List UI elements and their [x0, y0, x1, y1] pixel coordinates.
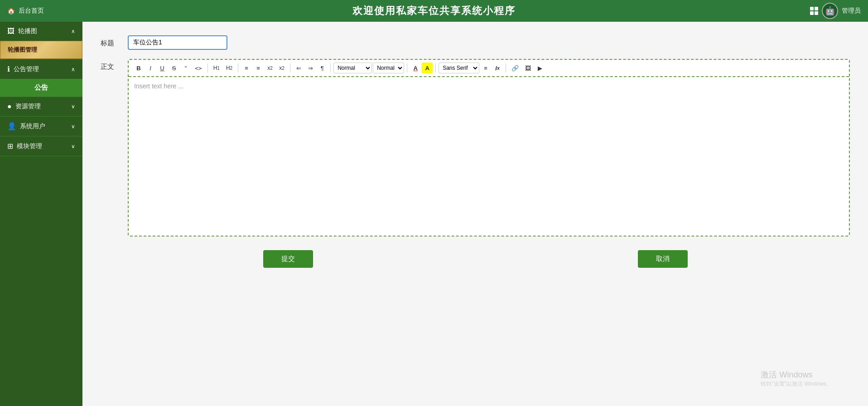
- title-label: 标题: [101, 35, 128, 48]
- toolbar-sep-3: [290, 63, 290, 72]
- editor-container: B I U S " <> H1 H2 ≡ ≡ x2 x2: [128, 59, 850, 237]
- editor-toolbar: B I U S " <> H1 H2 ≡ ≡ x2 x2: [129, 60, 849, 77]
- toolbar-image[interactable]: 🖼: [522, 63, 534, 73]
- toolbar-h2[interactable]: H2: [223, 63, 235, 73]
- content-label: 正文: [101, 59, 128, 71]
- toolbar-blockquote[interactable]: ": [180, 63, 191, 73]
- resource-arrow: ∨: [71, 103, 75, 110]
- carousel-arrow: ∧: [71, 28, 75, 34]
- sidebar-menu-users[interactable]: 👤 系统用户 ∨: [0, 116, 82, 136]
- sidebar-item-resource: ● 资源管理 ∨: [0, 97, 82, 116]
- toolbar-underline[interactable]: U: [157, 63, 168, 73]
- sidebar-item-users: 👤 系统用户 ∨: [0, 116, 82, 136]
- home-icon: 🏠: [7, 7, 15, 14]
- toolbar-sep-7: [506, 63, 506, 72]
- content-area: 标题 正文 B I U S " <>: [82, 22, 868, 406]
- sidebar-menu-modules[interactable]: ⊞ 模块管理 ∨: [0, 136, 82, 156]
- form-buttons: 提交 取消: [101, 250, 850, 277]
- toolbar-sep-6: [435, 63, 436, 72]
- toolbar-sep-5: [407, 63, 407, 72]
- modules-label: 模块管理: [17, 142, 42, 150]
- grid-cell-3: [810, 11, 814, 15]
- submit-button[interactable]: 提交: [263, 250, 313, 268]
- modules-arrow: ∨: [71, 143, 75, 150]
- toolbar-strikethrough[interactable]: S: [169, 63, 179, 73]
- sidebar-item-announcement: ℹ 公告管理 ∧ 公告: [0, 59, 82, 97]
- toolbar-font-bg[interactable]: A: [422, 63, 433, 73]
- resource-icon: ●: [7, 102, 12, 111]
- grid-icon[interactable]: [810, 7, 818, 15]
- title-input[interactable]: [128, 35, 227, 50]
- sidebar-submenu-carousel-manage[interactable]: 轮播图管理: [0, 41, 82, 59]
- form-row-title: 标题: [101, 35, 850, 50]
- header-right: 🤖 管理员: [810, 3, 861, 19]
- carousel-label: 轮播图: [18, 27, 37, 35]
- toolbar-clear-format[interactable]: Ix: [492, 63, 503, 73]
- grid-cell-1: [810, 7, 814, 10]
- carousel-manage-label: 轮播图管理: [8, 46, 37, 54]
- header: 🏠 后台首页 欢迎使用私家车位共享系统小程序 🤖 管理员: [0, 0, 868, 22]
- watermark-line2: 转到"设置"以激活 Windows。: [761, 380, 832, 388]
- watermark: 激活 Windows 转到"设置"以激活 Windows。: [761, 369, 832, 388]
- sidebar: 🖼 轮播图 ∧ 轮播图管理 ℹ 公告管理 ∧ 公告: [0, 22, 82, 406]
- toolbar-video[interactable]: ▶: [535, 63, 545, 73]
- sidebar-item-modules: ⊞ 模块管理 ∨: [0, 136, 82, 156]
- sidebar-submenu-announcement[interactable]: 公告: [0, 79, 82, 97]
- editor-placeholder: Insert text here ...: [134, 82, 183, 90]
- sidebar-item-carousel: 🖼 轮播图 ∧ 轮播图管理: [0, 22, 82, 59]
- users-arrow: ∨: [71, 123, 75, 130]
- users-label: 系统用户: [20, 122, 45, 130]
- toolbar-h1[interactable]: H1: [211, 63, 222, 73]
- header-title: 欢迎使用私家车位共享系统小程序: [352, 4, 516, 18]
- editor-body[interactable]: Insert text here ...: [129, 77, 849, 236]
- toolbar-sep-2: [238, 63, 238, 72]
- announcement-sub-label: 公告: [34, 83, 48, 91]
- toolbar-bold[interactable]: B: [133, 63, 144, 73]
- toolbar-italic[interactable]: I: [145, 63, 156, 73]
- sidebar-menu-carousel[interactable]: 🖼 轮播图 ∧: [0, 22, 82, 41]
- announcement-icon: ℹ: [7, 65, 10, 73]
- watermark-line1: 激活 Windows: [761, 369, 832, 380]
- sidebar-menu-resource[interactable]: ● 资源管理 ∨: [0, 97, 82, 116]
- home-label: 后台首页: [19, 7, 44, 15]
- toolbar-sep-1: [207, 63, 208, 72]
- toolbar-code[interactable]: <>: [192, 63, 205, 73]
- main-layout: 🖼 轮播图 ∧ 轮播图管理 ℹ 公告管理 ∧ 公告: [0, 22, 868, 406]
- toolbar-indent-left[interactable]: ⇐: [293, 63, 304, 73]
- announcement-arrow: ∧: [71, 66, 75, 72]
- toolbar-indent-right[interactable]: ⇒: [305, 63, 316, 73]
- toolbar-normal-select-2[interactable]: Normal: [373, 63, 404, 73]
- resource-label: 资源管理: [15, 102, 41, 111]
- carousel-icon: 🖼: [7, 27, 14, 35]
- grid-cell-2: [815, 7, 818, 10]
- users-icon: 👤: [7, 122, 16, 130]
- toolbar-sub[interactable]: x2: [265, 63, 275, 73]
- title-field: [128, 35, 850, 50]
- editor-wrapper: B I U S " <> H1 H2 ≡ ≡ x2 x2: [128, 59, 850, 237]
- toolbar-sep-4: [330, 63, 331, 72]
- admin-label: 管理员: [842, 7, 861, 15]
- form-row-content: 正文 B I U S " <> H1 H2: [101, 59, 850, 237]
- avatar: 🤖: [822, 3, 838, 19]
- modules-icon: ⊞: [7, 142, 13, 150]
- sidebar-menu-announcement[interactable]: ℹ 公告管理 ∧: [0, 59, 82, 79]
- toolbar-ordered-list[interactable]: ≡: [241, 63, 252, 73]
- toolbar-normal-select-1[interactable]: Normal Heading 1 Heading 2: [333, 63, 372, 73]
- announcement-label: 公告管理: [14, 65, 39, 73]
- toolbar-link[interactable]: 🔗: [509, 63, 521, 73]
- home-link[interactable]: 🏠 后台首页: [7, 7, 44, 15]
- toolbar-sup[interactable]: x2: [276, 63, 287, 73]
- toolbar-font-color[interactable]: A: [410, 63, 421, 73]
- toolbar-unordered-list[interactable]: ≡: [253, 63, 264, 73]
- grid-cell-4: [815, 11, 818, 15]
- toolbar-paragraph[interactable]: ¶: [317, 63, 328, 73]
- toolbar-align[interactable]: ≡: [480, 63, 491, 73]
- cancel-button[interactable]: 取消: [638, 250, 688, 268]
- toolbar-font-family[interactable]: Sans Serif Serif Monospace: [439, 63, 479, 73]
